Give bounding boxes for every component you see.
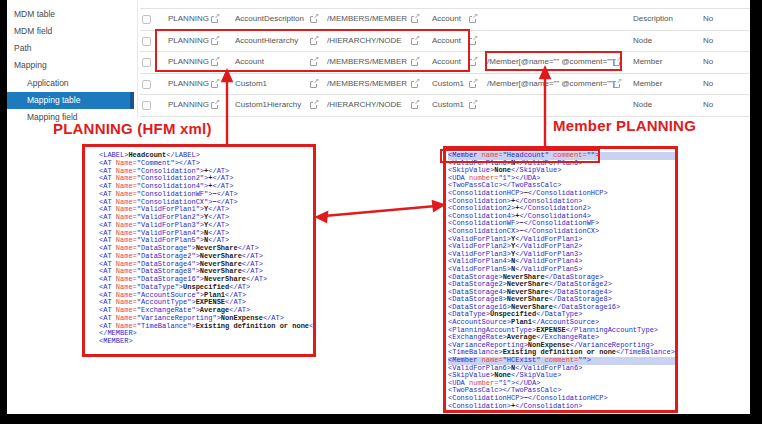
external-link-icon[interactable] xyxy=(310,16,317,23)
cell-type: Member xyxy=(633,73,662,94)
external-link-icon[interactable] xyxy=(469,102,476,109)
cell-xpath[interactable]: /Member[@name="" @comment=""] xyxy=(487,73,615,94)
external-link-icon[interactable] xyxy=(211,102,218,109)
cell-path[interactable]: /HIERARCHY/NODE xyxy=(327,94,402,115)
cell-type: Member xyxy=(633,51,662,72)
cell-dimension[interactable]: Custom1 xyxy=(432,73,464,94)
table-row: PLANNINGCustom1/MEMBERS/MEMBERCustom1/Me… xyxy=(0,73,750,94)
cell-source[interactable]: PLANNING xyxy=(168,8,209,29)
cell-flag: No xyxy=(703,73,713,94)
external-link-icon[interactable] xyxy=(469,16,476,23)
cell-flag: No xyxy=(703,94,713,115)
cell-flag: No xyxy=(703,30,713,51)
external-link-icon[interactable] xyxy=(411,81,418,88)
cell-type: Node xyxy=(633,94,652,115)
annotation-label-left: PLANNING (HFM xml) xyxy=(53,120,212,137)
external-link-icon[interactable] xyxy=(469,59,476,66)
annotation-box-rows xyxy=(155,29,470,72)
external-link-icon[interactable] xyxy=(411,102,418,109)
table-row: PLANNINGAccountDescription/MEMBERS/MEMBE… xyxy=(0,8,750,29)
row-checkbox[interactable] xyxy=(142,37,151,46)
external-link-icon[interactable] xyxy=(211,81,218,88)
row-checkbox[interactable] xyxy=(142,101,151,110)
cell-flag: No xyxy=(703,8,713,29)
external-link-icon[interactable] xyxy=(310,81,317,88)
row-checkbox[interactable] xyxy=(142,58,151,67)
annotation-box-member-line xyxy=(440,149,600,163)
xml-block-hfm: <LABEL>Headcount</LABEL><AT Name="Commen… xyxy=(82,144,316,357)
external-link-icon[interactable] xyxy=(469,38,476,45)
annotation-label-right: Member PLANNING xyxy=(553,117,696,134)
annotation-box-xpath xyxy=(485,51,622,71)
cell-type: Node xyxy=(633,30,652,51)
cell-path[interactable]: /MEMBERS/MEMBER xyxy=(327,8,407,29)
cell-source[interactable]: PLANNING xyxy=(168,94,209,115)
external-link-icon[interactable] xyxy=(469,81,476,88)
external-link-icon[interactable] xyxy=(211,16,218,23)
cell-dimension[interactable]: Account xyxy=(432,8,461,29)
table-row: PLANNINGCustom1Hierarchy/HIERARCHY/NODEC… xyxy=(0,94,750,115)
xml-line: <MEMBER> xyxy=(99,338,311,346)
external-link-icon[interactable] xyxy=(613,81,620,88)
cell-name[interactable]: Custom1Hierarchy xyxy=(235,94,301,115)
cell-source[interactable]: PLANNING xyxy=(168,73,209,94)
row-checkbox[interactable] xyxy=(142,80,151,89)
cell-name[interactable]: AccountDescription xyxy=(235,8,304,29)
screenshot-canvas: MDM tableMDM fieldPathMappingApplication… xyxy=(0,0,762,424)
external-link-icon[interactable] xyxy=(310,102,317,109)
xml-line: <Consolidation>+</Consolidation> xyxy=(448,403,675,411)
cell-name[interactable]: Custom1 xyxy=(235,73,267,94)
cell-flag: No xyxy=(703,51,713,72)
external-link-icon[interactable] xyxy=(411,16,418,23)
cell-dimension[interactable]: Custom1 xyxy=(432,94,464,115)
xml-block-planning: <Member name="Headcount" comment=""><Val… xyxy=(443,146,678,413)
cell-path[interactable]: /MEMBERS/MEMBER xyxy=(327,73,407,94)
cell-type: Description xyxy=(633,8,673,29)
row-checkbox[interactable] xyxy=(142,15,151,24)
